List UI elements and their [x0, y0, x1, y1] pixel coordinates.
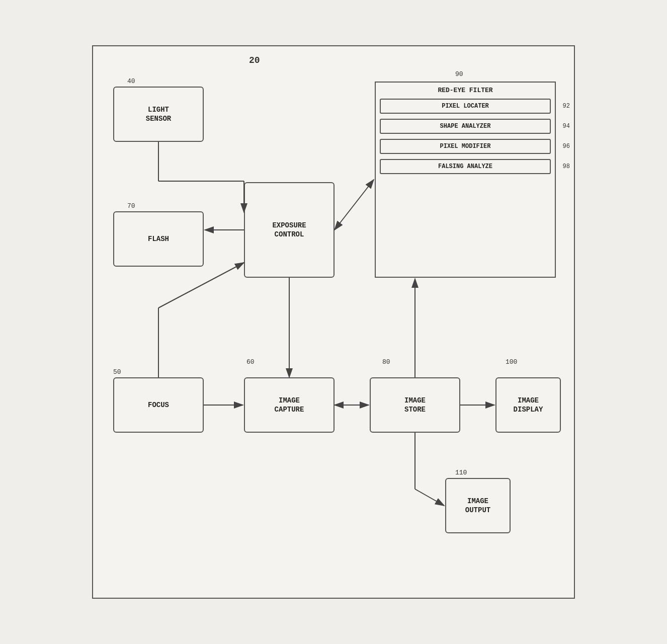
- ref-70: 70: [127, 202, 135, 210]
- ref-90: 90: [455, 70, 463, 78]
- ref-100: 100: [506, 358, 517, 366]
- red-eye-filter-box: RED-EYE FILTER PIXEL LOCATER 92 SHAPE AN…: [375, 82, 556, 278]
- outer-ref-label: 20: [249, 55, 260, 65]
- pixel-modifier-box: PIXEL MODIFIER: [380, 139, 551, 154]
- ref-98: 98: [563, 163, 570, 170]
- red-eye-filter-title: RED-EYE FILTER: [376, 87, 555, 94]
- exposure-control-box: EXPOSURE CONTROL: [244, 182, 335, 278]
- ref-94: 94: [563, 123, 570, 130]
- ref-50: 50: [113, 368, 121, 376]
- image-capture-box: IMAGE CAPTURE: [244, 377, 335, 433]
- svg-line-16: [415, 489, 444, 506]
- image-output-box: IMAGE OUTPUT: [445, 478, 511, 533]
- ref-96: 96: [563, 143, 570, 150]
- ref-110: 110: [455, 469, 467, 476]
- image-store-box: IMAGE STORE: [370, 377, 460, 433]
- svg-line-11: [158, 263, 244, 308]
- ref-92: 92: [563, 103, 570, 110]
- image-display-box: IMAGE DISPLAY: [495, 377, 561, 433]
- pixel-locater-box: PIXEL LOCATER: [380, 99, 551, 114]
- light-sensor-box: LIGHT SENSOR: [113, 87, 204, 142]
- flash-box: FLASH: [113, 211, 204, 267]
- ref-60: 60: [246, 358, 255, 366]
- svg-line-7: [335, 180, 374, 230]
- ref-40: 40: [127, 77, 135, 85]
- ref-80: 80: [382, 358, 390, 366]
- falsing-analyze-box: FALSING ANALYZE: [380, 159, 551, 174]
- diagram-container: 20 40 LIGHT SENSOR 70 FLASH 30 EXPOSURE …: [92, 45, 575, 599]
- focus-box: FOCUS: [113, 377, 204, 433]
- shape-analyzer-box: SHAPE ANALYZER: [380, 119, 551, 134]
